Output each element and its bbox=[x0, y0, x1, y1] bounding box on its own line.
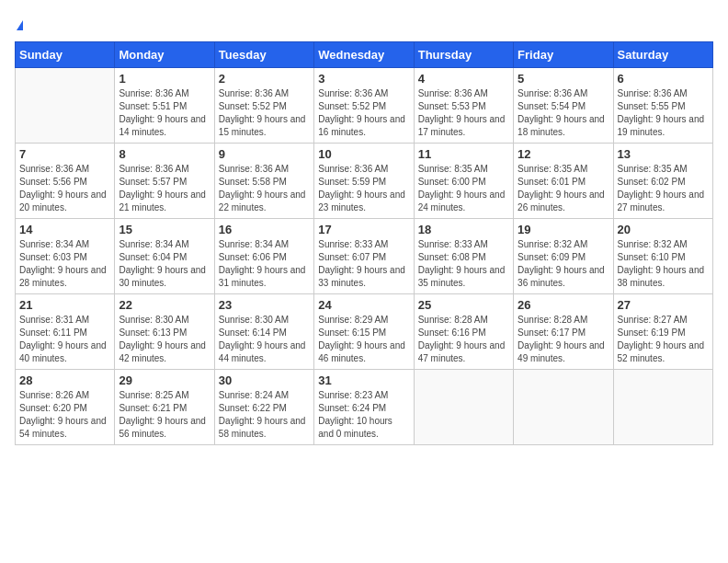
calendar-day-cell: 15Sunrise: 8:34 AMSunset: 6:04 PMDayligh… bbox=[115, 219, 214, 294]
day-number: 11 bbox=[418, 147, 509, 161]
calendar-day-cell: 30Sunrise: 8:24 AMSunset: 6:22 PMDayligh… bbox=[214, 370, 313, 445]
day-number: 10 bbox=[318, 147, 409, 161]
sun-info: Sunrise: 8:36 AMSunset: 5:52 PMDaylight:… bbox=[219, 87, 310, 139]
calendar-day-cell: 10Sunrise: 8:36 AMSunset: 5:59 PMDayligh… bbox=[314, 144, 414, 219]
sun-info: Sunrise: 8:27 AMSunset: 6:19 PMDaylight:… bbox=[618, 314, 709, 365]
calendar-day-cell: 29Sunrise: 8:25 AMSunset: 6:21 PMDayligh… bbox=[115, 370, 214, 445]
sun-info: Sunrise: 8:33 AMSunset: 6:07 PMDaylight:… bbox=[318, 238, 409, 290]
calendar-day-cell: 16Sunrise: 8:34 AMSunset: 6:06 PMDayligh… bbox=[214, 219, 313, 294]
calendar-day-cell: 1Sunrise: 8:36 AMSunset: 5:51 PMDaylight… bbox=[115, 68, 214, 144]
day-number: 20 bbox=[618, 223, 709, 236]
header bbox=[15, 15, 713, 34]
weekday-header: Wednesday bbox=[314, 42, 414, 68]
day-number: 3 bbox=[318, 72, 409, 86]
day-number: 18 bbox=[418, 223, 509, 236]
calendar-week-row: 28Sunrise: 8:26 AMSunset: 6:20 PMDayligh… bbox=[16, 370, 713, 445]
day-number: 31 bbox=[318, 373, 409, 387]
calendar-day-cell: 27Sunrise: 8:27 AMSunset: 6:19 PMDayligh… bbox=[613, 294, 712, 370]
day-number: 4 bbox=[418, 72, 509, 86]
sun-info: Sunrise: 8:35 AMSunset: 6:02 PMDaylight:… bbox=[618, 163, 709, 214]
calendar-day-cell bbox=[613, 370, 712, 445]
day-number: 26 bbox=[518, 298, 609, 312]
calendar-day-cell: 26Sunrise: 8:28 AMSunset: 6:17 PMDayligh… bbox=[514, 294, 613, 370]
weekday-header: Sunday bbox=[16, 42, 115, 68]
calendar-day-cell: 19Sunrise: 8:32 AMSunset: 6:09 PMDayligh… bbox=[514, 219, 613, 294]
day-number: 21 bbox=[19, 298, 110, 312]
sun-info: Sunrise: 8:35 AMSunset: 6:00 PMDaylight:… bbox=[418, 163, 509, 214]
day-number: 23 bbox=[219, 298, 310, 312]
calendar-day-cell: 24Sunrise: 8:29 AMSunset: 6:15 PMDayligh… bbox=[314, 294, 414, 370]
logo-text bbox=[15, 15, 23, 34]
calendar-day-cell: 31Sunrise: 8:23 AMSunset: 6:24 PMDayligh… bbox=[314, 370, 414, 445]
sun-info: Sunrise: 8:36 AMSunset: 5:56 PMDaylight:… bbox=[19, 163, 110, 214]
calendar-week-row: 21Sunrise: 8:31 AMSunset: 6:11 PMDayligh… bbox=[16, 294, 713, 370]
calendar-day-cell: 22Sunrise: 8:30 AMSunset: 6:13 PMDayligh… bbox=[115, 294, 214, 370]
sun-info: Sunrise: 8:24 AMSunset: 6:22 PMDaylight:… bbox=[219, 389, 310, 441]
sun-info: Sunrise: 8:36 AMSunset: 5:54 PMDaylight:… bbox=[518, 87, 609, 139]
sun-info: Sunrise: 8:36 AMSunset: 5:51 PMDaylight:… bbox=[119, 87, 210, 139]
day-number: 2 bbox=[219, 72, 310, 86]
sun-info: Sunrise: 8:30 AMSunset: 6:14 PMDaylight:… bbox=[219, 314, 310, 365]
weekday-header: Tuesday bbox=[214, 42, 313, 68]
day-number: 22 bbox=[119, 298, 210, 312]
day-number: 17 bbox=[318, 223, 409, 236]
sun-info: Sunrise: 8:36 AMSunset: 5:55 PMDaylight:… bbox=[618, 87, 709, 139]
sun-info: Sunrise: 8:32 AMSunset: 6:09 PMDaylight:… bbox=[518, 238, 609, 290]
day-number: 8 bbox=[119, 147, 210, 161]
calendar-day-cell: 13Sunrise: 8:35 AMSunset: 6:02 PMDayligh… bbox=[613, 144, 712, 219]
weekday-header: Thursday bbox=[414, 42, 513, 68]
sun-info: Sunrise: 8:34 AMSunset: 6:06 PMDaylight:… bbox=[219, 238, 310, 290]
calendar-day-cell bbox=[16, 68, 115, 144]
day-number: 6 bbox=[618, 72, 709, 86]
calendar-day-cell: 12Sunrise: 8:35 AMSunset: 6:01 PMDayligh… bbox=[514, 144, 613, 219]
day-number: 15 bbox=[119, 223, 210, 236]
weekday-header: Saturday bbox=[613, 42, 712, 68]
calendar-day-cell: 7Sunrise: 8:36 AMSunset: 5:56 PMDaylight… bbox=[16, 144, 115, 219]
day-number: 7 bbox=[19, 147, 110, 161]
day-number: 13 bbox=[618, 147, 709, 161]
calendar-day-cell: 21Sunrise: 8:31 AMSunset: 6:11 PMDayligh… bbox=[16, 294, 115, 370]
calendar-day-cell: 9Sunrise: 8:36 AMSunset: 5:58 PMDaylight… bbox=[214, 144, 313, 219]
calendar-day-cell: 20Sunrise: 8:32 AMSunset: 6:10 PMDayligh… bbox=[613, 219, 712, 294]
sun-info: Sunrise: 8:26 AMSunset: 6:20 PMDaylight:… bbox=[19, 389, 110, 441]
sun-info: Sunrise: 8:34 AMSunset: 6:03 PMDaylight:… bbox=[19, 238, 110, 290]
sun-info: Sunrise: 8:34 AMSunset: 6:04 PMDaylight:… bbox=[119, 238, 210, 290]
calendar-day-cell: 23Sunrise: 8:30 AMSunset: 6:14 PMDayligh… bbox=[214, 294, 313, 370]
day-number: 28 bbox=[19, 373, 110, 387]
calendar-day-cell: 5Sunrise: 8:36 AMSunset: 5:54 PMDaylight… bbox=[514, 68, 613, 144]
weekday-header-row: SundayMondayTuesdayWednesdayThursdayFrid… bbox=[16, 42, 713, 68]
day-number: 29 bbox=[119, 373, 210, 387]
sun-info: Sunrise: 8:36 AMSunset: 5:53 PMDaylight:… bbox=[418, 87, 509, 139]
sun-info: Sunrise: 8:35 AMSunset: 6:01 PMDaylight:… bbox=[518, 163, 609, 214]
day-number: 9 bbox=[219, 147, 310, 161]
day-number: 24 bbox=[318, 298, 409, 312]
calendar-day-cell: 3Sunrise: 8:36 AMSunset: 5:52 PMDaylight… bbox=[314, 68, 414, 144]
sun-info: Sunrise: 8:36 AMSunset: 5:52 PMDaylight:… bbox=[318, 87, 409, 139]
sun-info: Sunrise: 8:28 AMSunset: 6:17 PMDaylight:… bbox=[518, 314, 609, 365]
calendar-week-row: 14Sunrise: 8:34 AMSunset: 6:03 PMDayligh… bbox=[16, 219, 713, 294]
weekday-header: Monday bbox=[115, 42, 214, 68]
day-number: 12 bbox=[518, 147, 609, 161]
day-number: 14 bbox=[19, 223, 110, 236]
calendar-week-row: 1Sunrise: 8:36 AMSunset: 5:51 PMDaylight… bbox=[16, 68, 713, 144]
calendar-day-cell: 8Sunrise: 8:36 AMSunset: 5:57 PMDaylight… bbox=[115, 144, 214, 219]
sun-info: Sunrise: 8:36 AMSunset: 5:57 PMDaylight:… bbox=[119, 163, 210, 214]
sun-info: Sunrise: 8:36 AMSunset: 5:58 PMDaylight:… bbox=[219, 163, 310, 214]
sun-info: Sunrise: 8:32 AMSunset: 6:10 PMDaylight:… bbox=[618, 238, 709, 290]
calendar-day-cell: 25Sunrise: 8:28 AMSunset: 6:16 PMDayligh… bbox=[414, 294, 513, 370]
sun-info: Sunrise: 8:29 AMSunset: 6:15 PMDaylight:… bbox=[318, 314, 409, 365]
day-number: 25 bbox=[418, 298, 509, 312]
weekday-header: Friday bbox=[514, 42, 613, 68]
day-number: 16 bbox=[219, 223, 310, 236]
sun-info: Sunrise: 8:28 AMSunset: 6:16 PMDaylight:… bbox=[418, 314, 509, 365]
sun-info: Sunrise: 8:31 AMSunset: 6:11 PMDaylight:… bbox=[19, 314, 110, 365]
day-number: 27 bbox=[618, 298, 709, 312]
day-number: 19 bbox=[518, 223, 609, 236]
calendar-day-cell: 18Sunrise: 8:33 AMSunset: 6:08 PMDayligh… bbox=[414, 219, 513, 294]
calendar-day-cell: 28Sunrise: 8:26 AMSunset: 6:20 PMDayligh… bbox=[16, 370, 115, 445]
sun-info: Sunrise: 8:33 AMSunset: 6:08 PMDaylight:… bbox=[418, 238, 509, 290]
sun-info: Sunrise: 8:25 AMSunset: 6:21 PMDaylight:… bbox=[119, 389, 210, 441]
sun-info: Sunrise: 8:36 AMSunset: 5:59 PMDaylight:… bbox=[318, 163, 409, 214]
calendar-day-cell: 11Sunrise: 8:35 AMSunset: 6:00 PMDayligh… bbox=[414, 144, 513, 219]
calendar-day-cell: 14Sunrise: 8:34 AMSunset: 6:03 PMDayligh… bbox=[16, 219, 115, 294]
